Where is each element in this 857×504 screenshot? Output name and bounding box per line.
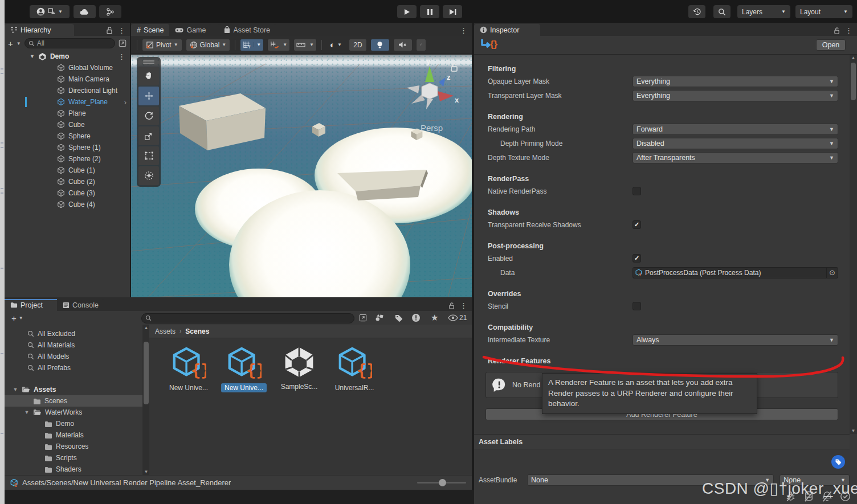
undo-history-button[interactable] <box>688 5 705 18</box>
layout-dropdown[interactable]: Layout ▼ <box>795 5 852 18</box>
move-tool-button[interactable] <box>138 87 159 105</box>
intermediate-texture-dropdown[interactable]: Always▼ <box>632 334 838 346</box>
breadcrumb-root[interactable]: Assets <box>155 327 176 335</box>
hierarchy-scene-row[interactable]: ▼ Demo ⋮ <box>5 51 130 62</box>
tab-project[interactable]: Project <box>5 299 57 311</box>
asset-tile-samplesc-2[interactable]: SampleSc... <box>272 345 326 391</box>
transparent-layer-mask-dropdown[interactable]: Everything▼ <box>632 90 838 101</box>
menu-kebab-icon[interactable]: ⋮ <box>460 302 467 309</box>
transparent-receive-shadows-checkbox[interactable]: ✓ <box>632 220 641 229</box>
tab-scene[interactable]: # Scene <box>131 24 169 36</box>
inspector-scrollbar[interactable]: ▲ ▼ <box>850 55 857 434</box>
asset-tile-new-unive-1[interactable]: {}New Unive... <box>217 345 271 392</box>
post-enabled-checkbox[interactable]: ✓ <box>632 254 641 263</box>
foldout-arrow-icon[interactable]: ▼ <box>13 387 18 392</box>
pivot-dropdown[interactable]: Pivot ▼ <box>142 39 182 51</box>
folder-resources[interactable]: Resources <box>5 441 142 452</box>
scroll-down-icon[interactable]: ▼ <box>850 428 857 433</box>
post-data-object-field[interactable]: {} PostProcessData (Post Process Data) ⊙ <box>632 267 838 278</box>
hierarchy-item-plane[interactable]: Plane <box>5 108 130 119</box>
object-picker-icon[interactable]: ⊙ <box>826 268 838 278</box>
opaque-layer-mask-dropdown[interactable]: Everything▼ <box>632 76 838 87</box>
rect-tool-button[interactable] <box>138 146 159 165</box>
scroll-up-icon[interactable]: ▲ <box>850 55 857 60</box>
hierarchy-item-sphere-2[interactable]: Sphere (2) <box>5 153 130 165</box>
foldout-arrow-icon[interactable]: ▼ <box>24 409 30 415</box>
slider-thumb[interactable] <box>439 479 446 486</box>
pause-button[interactable] <box>420 5 439 18</box>
version-control-button[interactable] <box>99 5 121 18</box>
menu-kebab-icon[interactable]: ⋮ <box>460 27 467 34</box>
measure-dropdown[interactable]: ▼ <box>293 39 317 51</box>
rotate-tool-button[interactable] <box>138 106 159 125</box>
rendering-path-dropdown[interactable]: Forward▼ <box>632 124 838 135</box>
tab-asset-store[interactable]: Asset Store <box>218 24 276 36</box>
global-dropdown[interactable]: Global ▼ <box>186 39 231 51</box>
favorite-all-excluded[interactable]: All Excluded <box>5 328 142 339</box>
account-button[interactable]: ▼ <box>30 5 70 18</box>
layers-dropdown[interactable]: Layers ▼ <box>737 5 790 18</box>
label-filter-icon[interactable] <box>394 314 403 322</box>
hierarchy-item-sphere[interactable]: Sphere <box>5 130 130 142</box>
audio-mute-toggle[interactable] <box>393 39 413 51</box>
lock-open-icon[interactable] <box>834 27 840 34</box>
hierarchy-item-cube[interactable]: Cube <box>5 119 130 130</box>
scene-small-cube[interactable] <box>310 121 327 138</box>
cloud-button[interactable] <box>74 5 96 18</box>
hierarchy-item-cube-3[interactable]: Cube (3) <box>5 187 130 199</box>
snap-increment-dropdown[interactable]: ▼ <box>267 39 290 51</box>
folder-assets[interactable]: ▼Assets <box>5 384 142 395</box>
breadcrumb-current[interactable]: Scenes <box>185 327 209 335</box>
hierarchy-item-main-camera[interactable]: Main Camera <box>5 73 130 85</box>
hierarchy-item-global-volume[interactable]: Global Volume <box>5 62 130 73</box>
folder-waterworks[interactable]: ▼WaterWorks <box>5 407 142 418</box>
stencil-checkbox[interactable] <box>632 302 641 310</box>
scene-viewport[interactable]: y z x Persp <box>131 55 472 297</box>
menu-kebab-icon[interactable]: ⋮ <box>845 27 852 34</box>
hand-tool-button[interactable] <box>138 67 159 85</box>
hierarchy-search-input[interactable]: All <box>25 38 115 48</box>
2d-toggle[interactable]: 2D <box>349 39 367 51</box>
project-tree-scrollbar[interactable]: ▲ ▼ <box>142 325 149 475</box>
create-plus-button[interactable]: + <box>11 313 17 323</box>
tab-game[interactable]: Game <box>169 24 211 36</box>
hierarchy-item-water-plane[interactable]: Water_Plane› <box>5 96 130 108</box>
hidden-packages-icon[interactable] <box>375 314 384 322</box>
favorite-all-models[interactable]: All Models <box>5 351 142 362</box>
open-button[interactable]: Open <box>816 39 846 51</box>
search-everywhere-button[interactable] <box>713 5 731 18</box>
project-search-input[interactable] <box>141 313 354 323</box>
hierarchy-item-cube-1[interactable]: Cube (1) <box>5 165 130 176</box>
create-plus-button[interactable]: + <box>8 39 13 48</box>
open-new-window-icon[interactable] <box>359 314 367 322</box>
eye-icon[interactable] <box>448 314 458 321</box>
step-button[interactable] <box>443 5 462 18</box>
favorite-all-materials[interactable]: All Materials <box>5 339 142 351</box>
favorite-all-prefabs[interactable]: All Prefabs <box>5 362 142 374</box>
hierarchy-item-cube-4[interactable]: Cube (4) <box>5 199 130 210</box>
tab-hierarchy[interactable]: Hierarchy <box>5 24 74 36</box>
depth-priming-mode-dropdown[interactable]: Disabled▼ <box>632 138 838 149</box>
grid-snap-toggle[interactable]: Y ▼ <box>240 39 264 51</box>
type-filter-icon[interactable] <box>411 313 421 322</box>
transform-tool-button[interactable] <box>138 166 159 185</box>
shading-mode-dropdown[interactable]: ◐ ▼ <box>327 39 345 51</box>
play-button[interactable] <box>397 5 417 18</box>
depth-texture-mode-dropdown[interactable]: After Transparents▼ <box>632 152 838 163</box>
lighting-toggle[interactable] <box>370 39 390 51</box>
menu-kebab-icon[interactable]: ⋮ <box>118 53 125 60</box>
native-renderpass-checkbox[interactable] <box>632 187 641 195</box>
asset-tile-new-unive-0[interactable]: {}New Unive... <box>162 345 215 392</box>
add-label-button[interactable] <box>831 455 845 469</box>
folder-demo[interactable]: Demo <box>5 418 142 429</box>
foldout-arrow-icon[interactable]: ▼ <box>30 54 35 59</box>
scale-tool-button[interactable] <box>138 126 159 145</box>
folder-scripts[interactable]: Scripts <box>5 452 142 464</box>
tab-inspector[interactable]: Inspector <box>474 24 540 36</box>
thumbnail-size-slider[interactable] <box>417 482 466 483</box>
favorites-star-icon[interactable]: ★ <box>431 313 438 323</box>
hierarchy-item-directional-light[interactable]: Directional Light <box>5 85 130 96</box>
lock-open-icon[interactable] <box>107 27 113 34</box>
perspective-label[interactable]: Persp <box>421 123 443 133</box>
chevron-right-icon[interactable]: › <box>124 98 126 106</box>
